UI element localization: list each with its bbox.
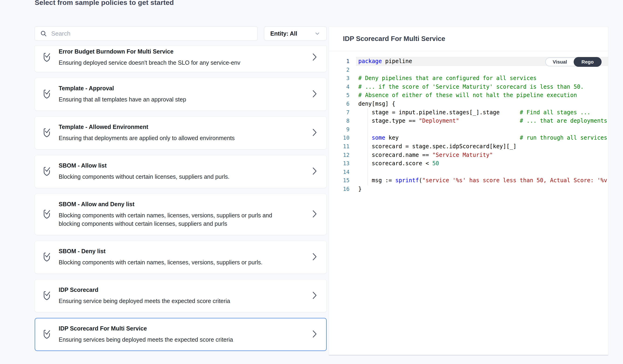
line-number: 7 bbox=[329, 108, 349, 117]
page-title: Select from sample policies to get start… bbox=[35, 0, 174, 6]
shield-check-icon bbox=[42, 252, 59, 263]
code-line-5: 5# Absence of either of these will not h… bbox=[329, 91, 608, 100]
policy-card-2[interactable]: Template - Approval Ensuring that all te… bbox=[35, 78, 327, 111]
chevron-right-icon[interactable] bbox=[312, 253, 317, 262]
policy-description: Ensuring service being deployed meets th… bbox=[59, 297, 273, 305]
policy-card-5[interactable]: SBOM - Allow and Deny list Blocking comp… bbox=[35, 194, 327, 235]
policy-title: SBOM - Allow and Deny list bbox=[59, 201, 306, 208]
code-line-3: 3# Deny pipelines that are configured fo… bbox=[329, 74, 608, 83]
policy-description: Ensuring services being deployed meets t… bbox=[59, 335, 273, 344]
policy-description: Blocking components with certain names, … bbox=[59, 211, 273, 228]
policy-description: Blocking components without certain lice… bbox=[59, 172, 273, 181]
chevron-right-icon[interactable] bbox=[312, 210, 317, 219]
line-content: # ... if the score of 'Service Maturity'… bbox=[349, 83, 584, 91]
policy-card-3[interactable]: Template - Allowed Environment Ensuring … bbox=[35, 116, 327, 150]
line-number: 4 bbox=[329, 83, 349, 91]
shield-check-icon bbox=[42, 127, 59, 138]
line-content: msg := sprintf("service '%s' has score l… bbox=[349, 176, 608, 185]
entity-filter-dropdown[interactable]: Entity: All bbox=[264, 26, 327, 41]
toggle-rego-button[interactable]: Rego bbox=[574, 57, 602, 67]
line-number: 15 bbox=[329, 176, 349, 185]
toggle-visual-button[interactable]: Visual bbox=[546, 58, 574, 66]
code-line-8: 8 stage.type == "Deployment" # ... that … bbox=[329, 117, 608, 125]
line-content: scorecard = stage.spec.idpScorecard[key]… bbox=[349, 142, 516, 151]
entity-filter-label: Entity: All bbox=[270, 30, 297, 37]
list-controls: Entity: All bbox=[35, 26, 327, 41]
line-content bbox=[349, 125, 358, 134]
line-content: deny[msg] { bbox=[349, 100, 395, 108]
policy-title: Template - Approval bbox=[59, 85, 306, 92]
policy-card-text: SBOM - Deny list Blocking components wit… bbox=[59, 248, 306, 266]
policy-card-8[interactable]: IDP Scorecard For Multi Service Ensuring… bbox=[35, 318, 327, 351]
policy-list: Error Budget Burndown For Multi Service … bbox=[35, 46, 327, 351]
line-number: 13 bbox=[329, 159, 349, 168]
line-number: 1 bbox=[329, 57, 349, 66]
view-mode-toggle[interactable]: Visual Rego bbox=[545, 58, 601, 66]
line-number: 2 bbox=[329, 66, 349, 74]
policy-card-1[interactable]: Error Budget Burndown For Multi Service … bbox=[35, 46, 327, 72]
shield-check-icon bbox=[42, 290, 59, 301]
code-line-15: 15 msg := sprintf("service '%s' has scor… bbox=[329, 176, 608, 185]
shield-check-icon bbox=[42, 89, 59, 100]
code-lines: 1package pipeline23# Deny pipelines that… bbox=[329, 57, 608, 193]
policy-card-text: Template - Approval Ensuring that all te… bbox=[59, 85, 306, 104]
policy-card-text: Error Budget Burndown For Multi Service … bbox=[59, 48, 306, 67]
shield-check-icon bbox=[42, 209, 59, 220]
policy-card-text: SBOM - Allow list Blocking components wi… bbox=[59, 162, 306, 181]
code-line-4: 4# ... if the score of 'Service Maturity… bbox=[329, 83, 608, 91]
chevron-right-icon[interactable] bbox=[312, 90, 317, 99]
line-number: 8 bbox=[329, 117, 349, 125]
line-content: } bbox=[349, 185, 361, 193]
policy-card-4[interactable]: SBOM - Allow list Blocking components wi… bbox=[35, 155, 327, 188]
line-content: scorecard.score < 50 bbox=[349, 159, 439, 168]
code-line-2: 2 bbox=[329, 66, 608, 74]
code-line-10: 10 some key # run through all services bbox=[329, 134, 608, 142]
policy-description: Ensuring that all templates have an appr… bbox=[59, 95, 273, 104]
preview-header: IDP Scorecard For Multi Service bbox=[329, 26, 608, 51]
code-line-11: 11 scorecard = stage.spec.idpScorecard[k… bbox=[329, 142, 608, 151]
policy-card-6[interactable]: SBOM - Deny list Blocking components wit… bbox=[35, 241, 327, 274]
chevron-right-icon[interactable] bbox=[312, 167, 317, 176]
policy-card-text: IDP Scorecard For Multi Service Ensuring… bbox=[59, 325, 306, 344]
policy-card-7[interactable]: IDP Scorecard Ensuring service being dep… bbox=[35, 279, 327, 312]
policy-card-text: Template - Allowed Environment Ensuring … bbox=[59, 124, 306, 142]
code-line-14: 14 bbox=[329, 168, 608, 176]
line-number: 9 bbox=[329, 125, 349, 134]
line-content: stage.type == "Deployment" # ... that ar… bbox=[349, 117, 607, 125]
line-number: 12 bbox=[329, 151, 349, 159]
code-line-12: 12 scorecard.name == "Service Maturity" bbox=[329, 151, 608, 159]
code-line-9: 9 bbox=[329, 125, 608, 134]
preview-title: IDP Scorecard For Multi Service bbox=[343, 35, 445, 43]
line-content: stage = input.pipeline.stages[_].stage #… bbox=[349, 108, 590, 117]
line-number: 6 bbox=[329, 100, 349, 108]
policy-browser: Entity: All Error Budget Burndown For Mu… bbox=[35, 26, 327, 351]
code-line-7: 7 stage = input.pipeline.stages[_].stage… bbox=[329, 108, 608, 117]
policy-preview-panel: IDP Scorecard For Multi Service 1package… bbox=[329, 26, 608, 355]
search-box[interactable] bbox=[35, 26, 258, 41]
chevron-right-icon[interactable] bbox=[312, 330, 317, 339]
line-number: 10 bbox=[329, 134, 349, 142]
line-content bbox=[349, 66, 358, 74]
line-number: 3 bbox=[329, 74, 349, 83]
shield-check-icon bbox=[42, 52, 59, 63]
policy-description: Ensuring deployed service doesn't breach… bbox=[59, 58, 273, 67]
chevron-right-icon[interactable] bbox=[312, 53, 317, 62]
rego-code-editor[interactable]: 1package pipeline23# Deny pipelines that… bbox=[329, 51, 608, 355]
chevron-right-icon[interactable] bbox=[312, 291, 317, 300]
chevron-right-icon[interactable] bbox=[312, 128, 317, 137]
chevron-down-icon bbox=[314, 30, 320, 37]
search-icon bbox=[40, 30, 47, 37]
line-number: 5 bbox=[329, 91, 349, 100]
search-input[interactable] bbox=[51, 30, 252, 37]
line-number: 16 bbox=[329, 185, 349, 193]
line-content: # Absence of either of these will not ha… bbox=[349, 91, 577, 100]
policy-description: Ensuring that deployments are applied on… bbox=[59, 134, 273, 142]
code-line-13: 13 scorecard.score < 50 bbox=[329, 159, 608, 168]
line-content: # Deny pipelines that are configured for… bbox=[349, 74, 537, 83]
line-content: package pipeline bbox=[349, 57, 412, 66]
line-number: 11 bbox=[329, 142, 349, 151]
policy-title: Error Budget Burndown For Multi Service bbox=[59, 48, 306, 55]
policy-title: IDP Scorecard bbox=[59, 286, 306, 293]
policy-title: SBOM - Allow list bbox=[59, 162, 306, 169]
shield-check-icon bbox=[42, 329, 59, 340]
